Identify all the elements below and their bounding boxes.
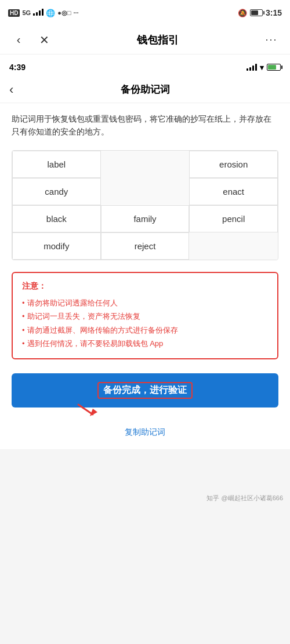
mnemonic-word-8: family bbox=[101, 205, 190, 232]
mnemonic-word-3: erosion bbox=[189, 151, 278, 178]
weibo-icon: 🌐 bbox=[46, 9, 55, 17]
app-icons: ●◎□ bbox=[57, 9, 71, 17]
mnemonic-word-10: modify bbox=[12, 232, 101, 260]
description-text: 助记词用于恢复钱包或重置钱包密码，将它准确的抄写在纸上，并存放在只有你知道的安全… bbox=[12, 112, 278, 139]
outer-more-button[interactable]: ··· bbox=[262, 31, 281, 49]
mnemonic-word-12 bbox=[189, 232, 278, 260]
mnemonic-grid: label erosion candy enact black family p… bbox=[12, 150, 278, 260]
hd-badge: HD bbox=[8, 9, 20, 17]
more-icon: ··· bbox=[265, 34, 277, 46]
mnemonic-row-2: candy enact bbox=[12, 178, 278, 205]
mnemonic-word-4: candy bbox=[12, 178, 101, 205]
outer-nav-title: 钱包指引 bbox=[137, 33, 179, 47]
inner-nav-title: 备份助记词 bbox=[121, 83, 170, 96]
inner-back-button[interactable]: ‹ bbox=[9, 80, 17, 100]
mnemonic-word-11: reject bbox=[101, 232, 190, 260]
inner-content: 助记词用于恢复钱包或重置钱包密码，将它准确的抄写在纸上，并存放在只有你知道的安全… bbox=[0, 103, 290, 449]
signal-icon bbox=[33, 10, 44, 16]
mute-icon: 🔕 bbox=[238, 9, 247, 17]
mnemonic-word-6: enact bbox=[189, 178, 278, 205]
inner-status-right: ▾ bbox=[246, 63, 281, 72]
warning-item-3: 请勿通过截屏、网络传输的方式进行备份保存 bbox=[22, 323, 268, 337]
outer-status-bar: HD 5G 🌐 ●◎□ ··· 🔕 3:15 bbox=[0, 0, 290, 26]
5g-icon: 5G bbox=[22, 9, 31, 16]
warning-box: 注意： 请勿将助记词透露给任何人 助记词一旦丢失，资产将无法恢复 请勿通过截屏、… bbox=[12, 272, 278, 360]
outer-status-right: 🔕 3:15 bbox=[238, 8, 282, 17]
inner-wifi-icon: ▾ bbox=[260, 63, 264, 72]
warning-item-1: 请勿将助记词透露给任何人 bbox=[22, 296, 268, 310]
action-button[interactable]: 备份完成，进行验证 bbox=[12, 373, 278, 407]
mnemonic-row-1: label erosion bbox=[12, 151, 278, 178]
inner-frame: 4:39 ▾ ‹ 备份助记词 助记词用于恢复钱包或重置钱包密码，将它准确的抄写在… bbox=[0, 54, 290, 449]
action-button-label: 备份完成，进行验证 bbox=[97, 382, 193, 399]
outer-back-button[interactable]: ‹ bbox=[9, 31, 28, 49]
mnemonic-word-7: black bbox=[12, 205, 101, 232]
inner-time: 4:39 bbox=[9, 63, 26, 72]
warning-item-2: 助记词一旦丢失，资产将无法恢复 bbox=[22, 310, 268, 323]
outer-nav: ‹ ✕ 钱包指引 ··· bbox=[0, 26, 290, 54]
arrow-indicator bbox=[75, 402, 99, 420]
outer-close-button[interactable]: ✕ bbox=[35, 31, 53, 49]
outer-time: 3:15 bbox=[266, 8, 282, 17]
svg-line-0 bbox=[78, 405, 93, 414]
inner-signal-icon bbox=[246, 64, 257, 71]
inner-status-bar: 4:39 ▾ bbox=[0, 54, 290, 77]
mnemonic-word-5 bbox=[101, 178, 190, 205]
inner-battery-icon bbox=[267, 64, 281, 71]
warning-item-4: 遇到任何情况，请不要轻易卸载钱包 App bbox=[22, 337, 268, 350]
watermark-area: 知乎 @崛起社区小诸葛666 bbox=[0, 449, 290, 507]
mnemonic-row-3: black family pencil bbox=[12, 205, 278, 232]
inner-nav: ‹ 备份助记词 bbox=[0, 77, 290, 103]
watermark-text: 知乎 @崛起社区小诸葛666 bbox=[206, 494, 283, 503]
red-arrow-icon bbox=[75, 402, 99, 418]
mnemonic-word-9: pencil bbox=[189, 205, 278, 232]
battery-icon bbox=[250, 9, 263, 16]
outer-status-left: HD 5G 🌐 ●◎□ ··· bbox=[8, 9, 79, 17]
warning-title: 注意： bbox=[22, 281, 268, 292]
more-dots: ··· bbox=[73, 9, 78, 16]
copy-mnemonic-link[interactable]: 复制助记词 bbox=[12, 425, 278, 440]
mnemonic-word-1: label bbox=[12, 151, 101, 178]
mnemonic-row-4: modify reject bbox=[12, 232, 278, 260]
mnemonic-word-2 bbox=[101, 151, 190, 178]
